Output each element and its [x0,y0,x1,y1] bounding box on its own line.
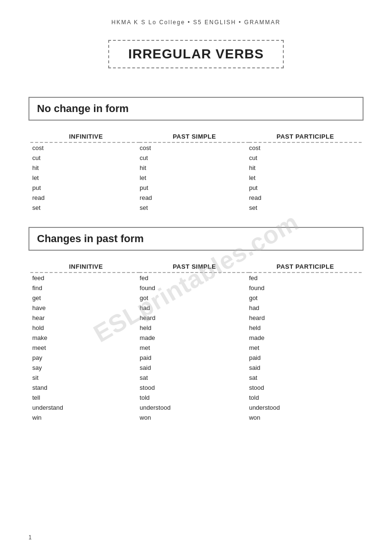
section1-table: INFINITIVE PAST SIMPLE PAST PARTICIPLE c… [30,130,362,213]
list-item: read [140,193,249,203]
title-box: IRREGULAR VERBS [108,40,284,68]
page-header: HKMA K S Lo College • S5 ENGLISH • GRAMM… [28,19,364,26]
list-item: win [30,413,140,423]
section1-col2-header: PAST SIMPLE [140,130,249,142]
table-row: havehadhad [30,303,362,313]
list-item: get [30,293,140,303]
list-item: won [140,413,249,423]
list-item: told [140,393,249,403]
table-row: readreadread [30,193,362,203]
list-item: paid [249,353,362,363]
list-item: hit [30,163,140,173]
list-item: set [30,203,140,213]
table-row: makemademade [30,333,362,343]
list-item: fed [249,273,362,283]
list-item: cost [30,142,140,153]
table-row: costcostcost [30,142,362,153]
list-item: found [249,283,362,293]
list-item: hit [249,163,362,173]
list-item: put [249,183,362,193]
list-item: cut [249,153,362,163]
section1-box: No change in form [28,97,364,121]
list-item: held [249,323,362,333]
list-item: got [140,293,249,303]
list-item: met [249,343,362,353]
section2-table-container: INFINITIVE PAST SIMPLE PAST PARTICIPLE f… [28,260,364,423]
section2-col3-header: PAST PARTICIPLE [249,260,362,273]
page-number: 1 [28,534,32,541]
table-row: feedfedfed [30,273,362,283]
page-title: IRREGULAR VERBS [128,47,264,62]
list-item: tell [30,393,140,403]
list-item: said [249,363,362,373]
list-item: put [140,183,249,193]
list-item: read [249,193,362,203]
list-item: sat [140,373,249,383]
table-row: saysaidsaid [30,363,362,373]
table-row: hearheardheard [30,313,362,323]
list-item: heard [140,313,249,323]
table-row: paypaidpaid [30,353,362,363]
section1-table-container: INFINITIVE PAST SIMPLE PAST PARTICIPLE c… [28,130,364,213]
list-item: put [30,183,140,193]
list-item: hit [140,163,249,173]
list-item: had [140,303,249,313]
list-item: sat [249,373,362,383]
list-item: stood [140,383,249,393]
section2-col1-header: INFINITIVE [30,260,140,273]
table-row: letletlet [30,173,362,183]
list-item: find [30,283,140,293]
section2-table: INFINITIVE PAST SIMPLE PAST PARTICIPLE f… [30,260,362,423]
list-item: say [30,363,140,373]
list-item: sit [30,373,140,383]
list-item: made [249,333,362,343]
list-item: stood [249,383,362,393]
table-row: cutcutcut [30,153,362,163]
list-item: fed [140,273,249,283]
list-item: heard [249,313,362,323]
list-item: got [249,293,362,303]
table-row: getgotgot [30,293,362,303]
table-row: setsetset [30,203,362,213]
section2-title: Changes in past form [37,233,144,245]
list-item: cut [30,153,140,163]
list-item: found [140,283,249,293]
list-item: told [249,393,362,403]
list-item: make [30,333,140,343]
list-item: cost [140,142,249,153]
table-row: sitsatsat [30,373,362,383]
table-row: telltoldtold [30,393,362,403]
table-row: hithithit [30,163,362,173]
table-row: holdheldheld [30,323,362,333]
list-item: stand [30,383,140,393]
list-item: hold [30,323,140,333]
list-item: hear [30,313,140,323]
table-row: winwonwon [30,413,362,423]
list-item: had [249,303,362,313]
table-row: understandunderstoodunderstood [30,403,362,413]
list-item: pay [30,353,140,363]
list-item: understood [140,403,249,413]
list-item: let [140,173,249,183]
list-item: met [140,343,249,353]
list-item: set [249,203,362,213]
list-item: cut [140,153,249,163]
list-item: set [140,203,249,213]
list-item: made [140,333,249,343]
list-item: have [30,303,140,313]
table-row: meetmetmet [30,343,362,353]
section1-col1-header: INFINITIVE [30,130,140,142]
table-row: findfoundfound [30,283,362,293]
list-item: won [249,413,362,423]
list-item: let [249,173,362,183]
section1-title: No change in form [37,103,129,114]
list-item: read [30,193,140,203]
list-item: paid [140,353,249,363]
title-section: IRREGULAR VERBS [28,40,364,83]
table-row: putputput [30,183,362,193]
list-item: let [30,173,140,183]
section1-col3-header: PAST PARTICIPLE [249,130,362,142]
list-item: feed [30,273,140,283]
list-item: understood [249,403,362,413]
list-item: held [140,323,249,333]
